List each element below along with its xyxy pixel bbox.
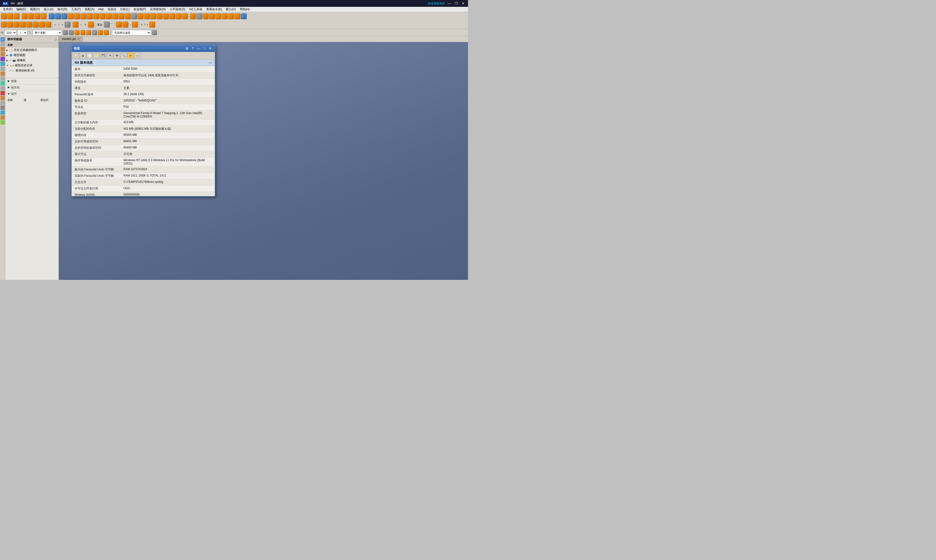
- toolbar-btn-31[interactable]: [216, 14, 221, 19]
- menu-format[interactable]: 格式(R): [56, 7, 69, 12]
- menu-facet[interactable]: 小平面体(S): [168, 7, 187, 12]
- left-icon-6[interactable]: [0, 62, 5, 66]
- curve-icon[interactable]: ⌒: [110, 23, 114, 26]
- toolbar-btn-18[interactable]: [131, 14, 137, 19]
- menu-application[interactable]: 应用模块(N): [148, 7, 168, 12]
- toolbar-btn-29[interactable]: [203, 14, 209, 19]
- toolbar-btn-6[interactable]: [55, 14, 61, 19]
- menu-file[interactable]: 文件(F): [1, 7, 14, 12]
- toolbar-btn-4[interactable]: [41, 14, 46, 19]
- viewport-tab-model[interactable]: model1.prt ✕: [59, 36, 83, 42]
- toolbar3-btn-6[interactable]: [92, 30, 97, 35]
- toolbar-btn-27[interactable]: [190, 14, 196, 19]
- toolbar3-btn-3[interactable]: [75, 30, 80, 35]
- tree-item-history[interactable]: ▼ ● ● 模型历史记录: [5, 63, 59, 68]
- toolbar-btn-28[interactable]: [196, 14, 202, 19]
- toolbar-btn-34[interactable]: [234, 14, 241, 19]
- menu-gc[interactable]: GC工具箱: [187, 7, 204, 12]
- toolbar2-btn-11[interactable]: [88, 22, 94, 28]
- info-help-button[interactable]: ?: [190, 46, 195, 51]
- info-tb-close[interactable]: ✕: [107, 53, 113, 58]
- toolbar-btn-30[interactable]: [209, 14, 215, 19]
- toolbar-btn-21[interactable]: [150, 14, 156, 19]
- info-tb-saveas[interactable]: 📄: [86, 53, 93, 58]
- tree-item-history-mode[interactable]: ▶ 📋 历史记录建模模式: [5, 48, 59, 53]
- toolbar2-btn-14[interactable]: [122, 22, 128, 28]
- left-icon-1[interactable]: ⚙: [0, 37, 5, 42]
- start-combo[interactable]: 启动: [5, 30, 17, 35]
- left-icon-15[interactable]: [0, 106, 5, 110]
- tree-item-model-view[interactable]: ▶ 🔷 模型视图: [5, 53, 59, 58]
- left-icon-13[interactable]: [0, 96, 5, 100]
- toolbar-btn-24[interactable]: [169, 14, 175, 19]
- toolbar2-btn-4[interactable]: [20, 22, 26, 28]
- menu-preferences[interactable]: 首选项(P): [131, 7, 148, 12]
- filter-btn[interactable]: [152, 30, 157, 35]
- left-icon-11[interactable]: [0, 86, 5, 91]
- menu-view-cmd[interactable]: 查看命令(B): [204, 7, 224, 12]
- tab-close-icon[interactable]: ✕: [77, 37, 80, 41]
- arc-icon[interactable]: ∩: [79, 23, 83, 26]
- toolbar3-btn-8[interactable]: [104, 30, 109, 35]
- filter-combo[interactable]: 无选择过滤器: [112, 30, 151, 35]
- toolbar2-btn-8[interactable]: [45, 22, 51, 28]
- left-icon-3[interactable]: [0, 47, 5, 51]
- tree-item-camera[interactable]: ▶ ✓ 📷 摄像机: [5, 58, 59, 63]
- left-icon-2[interactable]: [0, 42, 5, 46]
- toolbar-btn-13[interactable]: [100, 14, 105, 19]
- viewport-3d[interactable]: Z X Y > 信息 ⚙ ?: [59, 42, 468, 280]
- left-icon-8[interactable]: [0, 71, 5, 76]
- toolbar-btn-8[interactable]: [68, 14, 74, 19]
- info-dialog-content[interactable]: NX 版本信息 — 版本 2406.5000 部件文件兼容性 保存的部件可以在 …: [72, 60, 215, 196]
- toolbar-btn-35[interactable]: [241, 14, 247, 19]
- assembly-combo[interactable]: 整个装配: [33, 30, 62, 35]
- minimize-button[interactable]: —: [446, 1, 452, 6]
- toolbar2-btn-7[interactable]: [39, 22, 45, 28]
- toolbar3-btn-5[interactable]: [86, 30, 91, 35]
- left-icon-7[interactable]: [0, 66, 5, 71]
- left-icon-16[interactable]: [0, 111, 5, 115]
- info-dialog[interactable]: 信息 ⚙ ? — □ ✕ 📋 🖨 📄 📁 💾 ✕: [71, 45, 215, 197]
- toolbar-btn-23[interactable]: [163, 14, 169, 19]
- info-tb-edit[interactable]: 📋: [73, 53, 79, 58]
- toolbar-btn-26[interactable]: [182, 14, 188, 19]
- left-icon-5[interactable]: [0, 57, 5, 61]
- toolbar-btn-save[interactable]: [14, 14, 20, 19]
- nav-section-search[interactable]: ▶ 搜索: [5, 78, 59, 85]
- toolbar-btn-17[interactable]: [125, 14, 131, 19]
- toolbar-btn-open[interactable]: [7, 14, 13, 19]
- info-tb-open[interactable]: 📁: [93, 53, 100, 58]
- info-tb-print[interactable]: 🖨: [80, 53, 86, 58]
- restore-button[interactable]: ❐: [453, 1, 459, 6]
- toolbar-btn-16[interactable]: [119, 14, 125, 19]
- toolbar2-btn-9[interactable]: [65, 22, 71, 28]
- info-settings-button[interactable]: ⚙: [185, 46, 189, 51]
- sketch-line-icon[interactable]: /: [58, 23, 60, 26]
- wave3-icon[interactable]: ⌇: [144, 23, 146, 26]
- toolbar3-btn-4[interactable]: [80, 30, 85, 35]
- tilde-icon[interactable]: ~: [129, 23, 131, 26]
- menu-assembly[interactable]: 装配(A): [83, 7, 96, 12]
- left-icon-12[interactable]: [0, 91, 5, 95]
- toolbar-btn-15[interactable]: [112, 14, 118, 19]
- left-icon-18[interactable]: [0, 120, 5, 125]
- toolbar-btn-7[interactable]: [62, 14, 67, 19]
- menu-view[interactable]: 视图(V): [28, 7, 42, 12]
- menu-insert[interactable]: 插入(S): [42, 7, 56, 12]
- toolbar-btn-11[interactable]: [87, 14, 93, 19]
- menu-analysis[interactable]: 分析(L): [118, 7, 131, 12]
- toolbar2-btn-6[interactable]: [33, 22, 39, 28]
- info-tb-save[interactable]: 💾: [100, 53, 106, 58]
- toolbar3-btn-7[interactable]: [98, 30, 103, 35]
- toolbar-btn-32[interactable]: [222, 14, 228, 19]
- wave2-icon[interactable]: ∿: [140, 23, 143, 26]
- toolbar3-btn-2[interactable]: [69, 30, 74, 35]
- toolbar-btn-20[interactable]: [144, 14, 150, 19]
- toolbar-btn-10[interactable]: [80, 14, 86, 19]
- sketch-plus-icon[interactable]: +: [61, 23, 64, 26]
- left-icon-14[interactable]: [0, 101, 5, 105]
- toolbar2-btn-5[interactable]: [26, 22, 32, 28]
- toolbar-btn-undo[interactable]: [22, 14, 28, 19]
- wave-icon[interactable]: ∿: [83, 23, 88, 26]
- info-minimize-button[interactable]: —: [196, 46, 201, 51]
